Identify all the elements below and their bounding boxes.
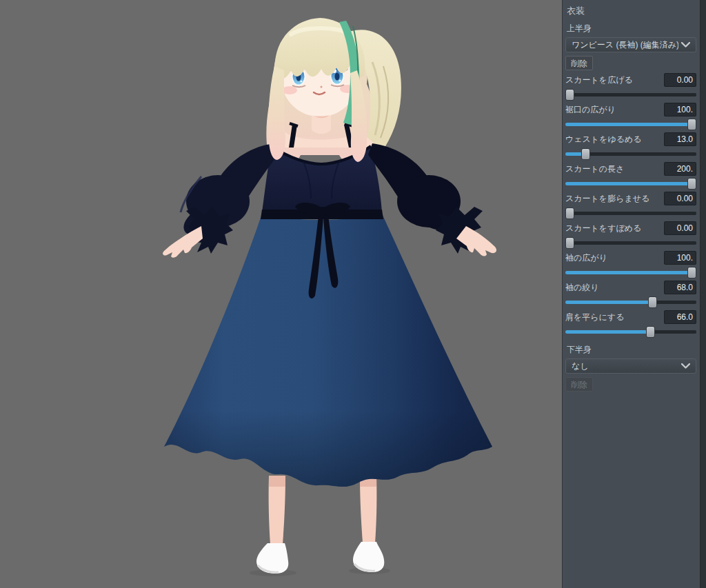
- slider-value-box[interactable]: 13.0: [664, 132, 696, 146]
- slider-fill: [565, 123, 692, 126]
- nose: [321, 86, 323, 88]
- slider-value-box[interactable]: 0.00: [664, 192, 696, 205]
- slider-label: ウェストをゆるめる: [565, 134, 642, 145]
- lower-body-label: 下半身: [567, 344, 696, 356]
- lower-body-dropdown-value: なし: [572, 361, 678, 372]
- slider-handle[interactable]: [565, 237, 574, 249]
- blush-left: [282, 86, 297, 94]
- slider-track[interactable]: [565, 241, 696, 245]
- slider-value-box[interactable]: 100.: [664, 251, 696, 265]
- slider-handle[interactable]: [565, 207, 574, 219]
- slider-track[interactable]: [565, 212, 696, 215]
- slider-handle[interactable]: [646, 326, 655, 338]
- lower-body-dropdown[interactable]: なし: [565, 358, 696, 374]
- slider-row: スカートをすぼめる 0.00: [565, 221, 696, 250]
- upper-body-dropdown[interactable]: ワンピース (長袖) (編集済み): [565, 37, 696, 52]
- slider-track[interactable]: [565, 93, 696, 97]
- upper-body-label: 上半身: [567, 23, 696, 34]
- slider-handle[interactable]: [687, 119, 696, 130]
- legs: [269, 476, 377, 545]
- slider-label: スカートを広げる: [565, 74, 633, 86]
- slider-label: 袖の広がり: [565, 252, 607, 264]
- slider-label: スカートをすぼめる: [565, 223, 641, 234]
- slider-handle[interactable]: [687, 267, 696, 278]
- chevron-down-icon: [681, 363, 690, 369]
- costume-panel-content: 衣装 上半身 ワンピース (長袖) (編集済み) 削除 スカートを広げる 0.0…: [563, 0, 700, 588]
- slider-fill: [565, 330, 650, 334]
- slider-label: 裾口の広がり: [565, 104, 616, 116]
- slider-row: 肩を平らにする 66.0: [565, 310, 696, 339]
- slider-row: ウェストをゆるめる 13.0: [565, 132, 696, 161]
- slider-fill: [565, 271, 692, 274]
- slider-label: スカートを膨らませる: [565, 193, 649, 205]
- slider-row: 裾口の広がり 100.: [565, 102, 696, 132]
- slider-fill: [565, 301, 652, 304]
- slider-row: スカートを膨らませる 0.00: [565, 191, 696, 221]
- app-window: 衣装 上半身 ワンピース (長袖) (編集済み) 削除 スカートを広げる 0.0…: [0, 0, 706, 588]
- slider-row: 袖の広がり 100.: [565, 250, 696, 280]
- slider-row: スカートを広げる 0.00: [565, 72, 696, 102]
- slider-handle[interactable]: [581, 148, 590, 160]
- slider-value-box[interactable]: 68.0: [664, 281, 696, 294]
- slider-value-box[interactable]: 100.: [664, 103, 696, 116]
- costume-panel: 衣装 上半身 ワンピース (長袖) (編集済み) 削除 スカートを広げる 0.0…: [562, 0, 706, 588]
- character-model: [0, 0, 562, 588]
- slider-handle[interactable]: [648, 296, 657, 308]
- shoes: [256, 542, 384, 574]
- slider-label: 肩を平らにする: [565, 312, 624, 323]
- slider-list: スカートを広げる 0.00 裾口の広がり 100. ウェストをゆるめる 13.0: [565, 72, 696, 339]
- slider-label: 袖の絞り: [565, 282, 599, 294]
- upper-body-delete-button[interactable]: 削除: [565, 56, 593, 70]
- lower-body-delete-button[interactable]: 削除: [565, 377, 593, 392]
- chevron-down-icon: [681, 42, 690, 48]
- slider-value-box[interactable]: 0.00: [664, 73, 696, 87]
- slider-row: スカートの長さ 200.: [565, 161, 696, 191]
- slider-value-box[interactable]: 66.0: [664, 310, 696, 324]
- panel-title: 衣装: [567, 5, 696, 17]
- slider-value-box[interactable]: 200.: [664, 162, 696, 176]
- slider-value-box[interactable]: 0.00: [664, 221, 696, 235]
- slider-handle[interactable]: [687, 178, 696, 190]
- viewport-3d[interactable]: [0, 0, 562, 588]
- slider-label: スカートの長さ: [565, 163, 624, 175]
- slider-row: 袖の絞り 68.0: [565, 280, 696, 310]
- panel-scrollbar[interactable]: [700, 0, 706, 588]
- slider-handle[interactable]: [565, 89, 574, 101]
- side-lock-left: [268, 66, 285, 160]
- upper-body-dropdown-value: ワンピース (長袖) (編集済み): [572, 39, 678, 51]
- slider-fill: [565, 182, 692, 185]
